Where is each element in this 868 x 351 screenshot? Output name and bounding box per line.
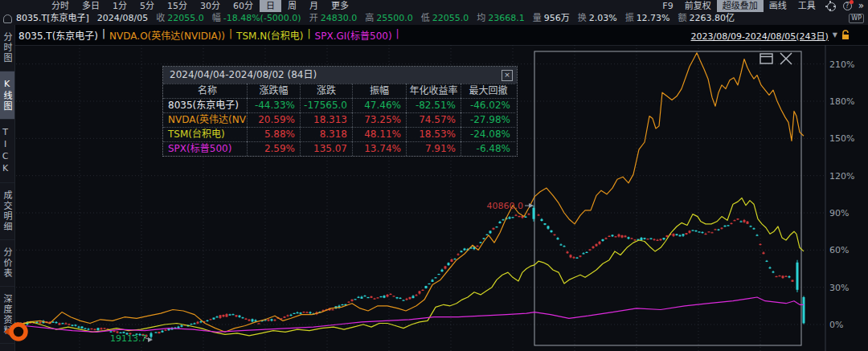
compare-stats-panel: 2024/04/04-2024/08/02 (84日) × 名称涨跌幅涨跌振幅年… [162,66,518,157]
stats-row-TSM(台积电): TSM(台积电)5.88%8.31848.11%18.53%-24.08% [163,127,517,141]
tab-多日[interactable]: 多日 [76,0,106,12]
restore-icon[interactable] [760,54,772,63]
stats-rows: 8035(东京电子)-44.33%-17565.047.46%-82.51%-4… [163,98,517,156]
selection-box[interactable] [534,51,801,345]
candle-body [303,312,305,312]
tab-周[interactable]: 周 [281,0,303,12]
close-icon[interactable]: × [502,70,513,81]
candle-body [634,239,637,240]
overlay-item[interactable]: SPX.GI(标普500) [315,28,392,42]
tab-月[interactable]: 月 [303,0,325,12]
candle-body [769,267,772,268]
candle-body [602,239,604,241]
tab-60分[interactable]: 60分 [227,0,260,12]
price-marker: 40860.0 [487,201,524,211]
candle-body [618,235,620,237]
candle-body [448,263,450,265]
candle-body [682,234,685,235]
candle-body [493,228,495,230]
candle-body [772,271,775,272]
chevron-down-icon[interactable]: ▼ [833,31,837,39]
candle-body [396,297,399,298]
stats-value: -24.08% [461,127,515,141]
candle-body [686,233,688,235]
field-label-量: 量 [533,12,542,25]
candle-body [647,239,649,239]
candle-body [213,318,215,320]
compare-date-range[interactable]: 2023/08/09-2024/08/05(243日) [690,29,828,42]
tab-5分[interactable]: 5分 [133,0,161,12]
candle-body [383,296,386,298]
chevron-right-icon[interactable]: » [857,0,866,12]
candle-body [422,290,424,291]
y-axis-tick: 90% [829,208,849,218]
candle-body [702,232,704,233]
candle-body [377,297,379,298]
candle-body [533,208,535,219]
field-value-均: 23668.1 [488,12,525,25]
candle-body [387,295,389,296]
candle-body [113,331,116,332]
candle-body [689,231,691,232]
overlay-item[interactable]: 8035.T(东京电子) [18,28,98,42]
candle-body [605,238,608,239]
toolbar-button-超级叠加[interactable]: 超级叠加 [717,0,764,12]
tab-日[interactable]: 日 [260,0,281,12]
toolbar-button-工具[interactable]: 工具 [792,0,821,12]
candle-body [287,316,289,316]
sidebar-item-TICK[interactable]: TICK [0,120,14,183]
candle-body [207,320,209,321]
candle-body [342,304,344,305]
brand-logo [3,320,31,343]
quote-date: 2024/08/05 [97,12,148,25]
stats-value: -6.48% [461,141,515,156]
field-value-换: 2.03% [589,12,617,25]
candle-body [432,280,434,282]
toolbar-button-画线[interactable]: 画线 [764,0,792,12]
stats-name: 8035(东京电子) [163,98,247,112]
candle-body [727,225,730,226]
candle-body [100,329,103,330]
overlay-item[interactable]: NVDA.O(英伟达(NVIDIA)) [109,28,225,42]
candle-body [435,277,437,278]
overlay-item[interactable]: TSM.N(台积电) [236,28,303,42]
tab-15分[interactable]: 15分 [161,0,194,12]
tab-30分[interactable]: 30分 [194,0,227,12]
toolbar-right: F9前复权超级叠加画线工具 ? » [657,0,868,12]
stats-name: NVDA(英伟达(NVIDI [163,112,247,127]
tab-分时[interactable]: 分时 [45,0,76,12]
left-sidebar: 分时图K线图TICK成交明细分价表深度资料 [0,25,15,351]
candle-body [631,239,633,239]
help-icon[interactable]: ? [842,1,853,11]
candle-body [390,294,392,295]
gear-icon[interactable] [825,1,836,11]
wp-badge[interactable]: WP [849,14,864,23]
sidebar-item-成交明细[interactable]: 成交明细 [0,183,14,240]
sidebar-item-分价表[interactable]: 分价表 [0,240,14,287]
unlock-icon[interactable] [841,30,850,40]
y-axis-tick: 120% [829,171,854,182]
field-label-收: 收 [156,12,165,25]
tab-1分[interactable]: 1分 [106,0,133,12]
candle-body [515,215,518,216]
field-value-低: 22055.0 [432,12,469,25]
candle-body [740,222,743,222]
candle-body [158,332,161,333]
candle-body [496,227,498,227]
notification-dot [850,0,854,4]
candle-body [509,217,511,218]
sidebar-item-K线图[interactable]: K线图 [0,71,14,120]
candle-body [650,239,653,239]
field-label-换: 换 [578,12,587,25]
candle-body [554,235,556,235]
y-axis-tick: 0% [829,320,843,330]
toolbar-button-F9[interactable]: F9 [657,0,678,12]
overlay-separator: | [229,28,232,42]
sidebar-item-分时图[interactable]: 分时图 [0,25,14,71]
toolbar-button-前复权[interactable]: 前复权 [679,0,717,12]
candle-body [165,330,167,331]
candle-body [803,297,805,323]
tab-更多[interactable]: 更多 [325,0,355,12]
candle-body [666,235,669,237]
candle-body [641,238,643,240]
